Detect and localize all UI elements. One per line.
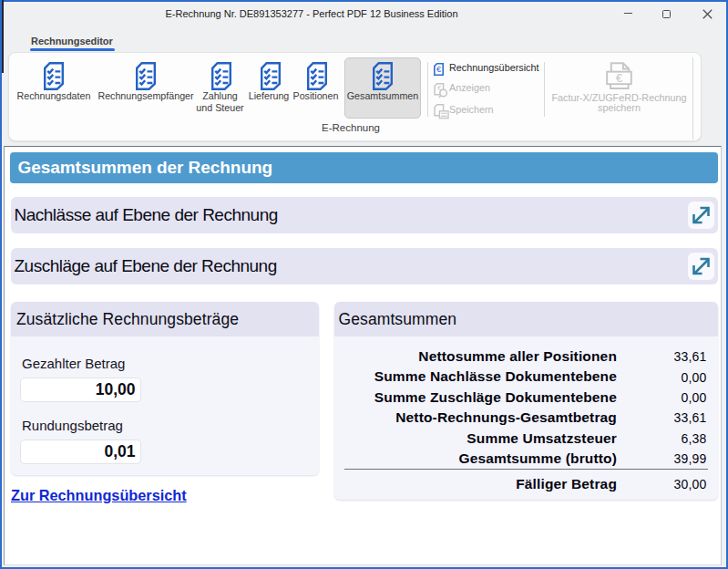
svg-text:€: € — [616, 72, 622, 85]
svg-text:€: € — [436, 66, 442, 75]
